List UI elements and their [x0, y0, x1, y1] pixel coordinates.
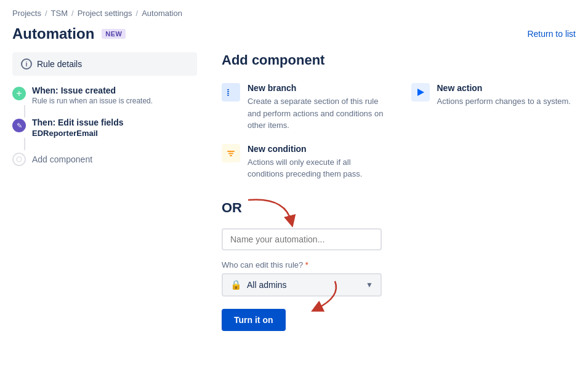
breadcrumb: Projects / TSM / Project settings / Auto… [0, 0, 588, 23]
plus-icon: + [12, 87, 26, 100]
action-desc: Actions perform changes to a system. [437, 95, 571, 108]
header-row: Automation NEW Return to list [0, 23, 588, 52]
step-connector-1 [24, 105, 25, 118]
svg-rect-1 [227, 89, 229, 90]
page-title: Automation [12, 25, 94, 42]
add-component-step[interactable]: Add component [12, 153, 197, 166]
step-trigger[interactable]: + When: Issue created Rule is run when a… [12, 86, 197, 105]
rule-details-card[interactable]: i Rule details [12, 52, 197, 76]
condition-desc: Actions will only execute if all conditi… [248, 156, 387, 180]
who-edit-label: Who can edit this rule? * [222, 260, 576, 269]
or-divider: OR [222, 200, 242, 216]
turn-it-on-button[interactable]: Turn it on [222, 309, 286, 331]
left-panel: i Rule details + When: Issue created Rul… [12, 52, 197, 331]
turn-it-on-row: Turn it on [222, 309, 286, 331]
add-component-title: Add component [222, 52, 576, 68]
empty-circle-icon [16, 156, 22, 162]
step-action-field: EDReporterEmail [32, 129, 197, 138]
svg-rect-4 [227, 95, 229, 96]
step-trigger-title: When: Issue created [32, 86, 197, 95]
automation-name-row [222, 228, 576, 260]
main-content: i Rule details + When: Issue created Rul… [0, 52, 588, 331]
header-left: Automation NEW [12, 25, 126, 42]
svg-rect-8 [230, 155, 232, 156]
right-panel: Add component New branch Create a separa… [197, 52, 576, 331]
info-icon: i [21, 58, 32, 70]
add-circle-icon [12, 153, 26, 166]
automation-name-input[interactable] [222, 228, 382, 250]
condition-name: New condition [248, 144, 387, 154]
new-badge: NEW [102, 29, 126, 39]
component-card-condition[interactable]: New condition Actions will only execute … [222, 144, 387, 180]
step-connector-2 [24, 138, 25, 150]
rule-details-label: Rule details [37, 59, 82, 69]
svg-point-0 [17, 157, 22, 162]
svg-rect-2 [227, 91, 229, 92]
edit-icon: ✎ [12, 119, 26, 132]
svg-marker-5 [417, 89, 424, 96]
condition-icon [222, 144, 240, 162]
breadcrumb-automation: Automation [142, 9, 182, 18]
lock-icon: 🔒 [230, 279, 242, 290]
breadcrumb-tsm[interactable]: TSM [51, 9, 68, 18]
bottom-form: OR Who can edit this rule? * [222, 200, 576, 331]
return-to-list-link[interactable]: Return to list [527, 29, 576, 39]
component-grid: New branch Create a separate section of … [222, 83, 576, 180]
action-icon [411, 83, 430, 102]
add-component-label: Add component [32, 154, 92, 164]
breadcrumb-projects[interactable]: Projects [12, 9, 41, 18]
step-trigger-subtitle: Rule is run when an issue is created. [32, 97, 197, 105]
svg-rect-7 [228, 153, 233, 154]
component-card-action[interactable]: New action Actions perform changes to a … [411, 83, 576, 132]
chevron-down-icon: ▼ [366, 281, 373, 289]
action-name: New action [437, 83, 571, 93]
step-action[interactable]: ✎ Then: Edit issue fields EDReporterEmai… [12, 118, 197, 138]
svg-rect-6 [227, 151, 235, 152]
breadcrumb-project-settings[interactable]: Project settings [78, 9, 132, 18]
svg-rect-3 [227, 93, 229, 94]
branch-icon [222, 83, 240, 102]
branch-desc: Create a separate section of this rule a… [248, 95, 387, 132]
arrow-1-icon [242, 194, 297, 228]
arrow-2-icon [280, 278, 347, 315]
component-card-branch[interactable]: New branch Create a separate section of … [222, 83, 387, 132]
branch-name: New branch [248, 83, 387, 93]
step-action-title: Then: Edit issue fields [32, 118, 197, 127]
workflow-steps: + When: Issue created Rule is run when a… [12, 86, 197, 166]
